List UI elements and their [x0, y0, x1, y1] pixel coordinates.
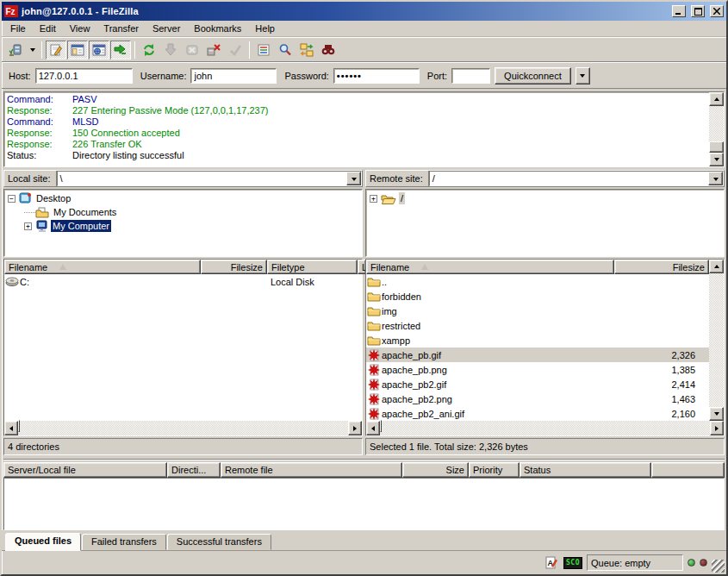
file-row[interactable]: apache_pb.gif 2,326: [366, 347, 709, 362]
tree-item-label[interactable]: My Computer: [51, 220, 111, 232]
cancel-button[interactable]: [182, 41, 202, 59]
menu-item[interactable]: Server: [146, 22, 187, 35]
file-name[interactable]: apache_pb.png: [382, 365, 614, 375]
file-row[interactable]: xampp: [366, 333, 709, 347]
file-row[interactable]: forbidden: [366, 289, 709, 304]
host-input[interactable]: [35, 68, 133, 84]
column-header-status[interactable]: Status: [520, 462, 651, 478]
file-name[interactable]: apache_pb2.gif: [382, 379, 614, 390]
username-input[interactable]: [190, 68, 277, 84]
file-row[interactable]: img: [366, 304, 709, 318]
column-header-size[interactable]: Size: [402, 462, 469, 478]
menu-item[interactable]: Help: [248, 22, 282, 35]
collapse-icon[interactable]: −: [8, 195, 16, 203]
port-input[interactable]: [451, 68, 490, 84]
tree-item-label[interactable]: /: [399, 192, 405, 204]
minimize-button[interactable]: [672, 5, 686, 17]
scrollbar-thumb[interactable]: [380, 420, 382, 432]
remote-horizontal-scrollbar[interactable]: [366, 421, 724, 435]
file-row[interactable]: apache_pb.png 1,385: [366, 362, 709, 377]
scroll-down-button[interactable]: [709, 407, 724, 421]
toggle-local-tree-button[interactable]: [67, 41, 88, 59]
site-manager-dropdown[interactable]: [27, 41, 38, 59]
tree-item-label[interactable]: Desktop: [34, 192, 72, 204]
column-header-filetype[interactable]: Filetype: [267, 260, 358, 274]
file-name[interactable]: restricted: [382, 321, 614, 331]
quickconnect-button[interactable]: Quickconnect: [495, 67, 571, 85]
queue-body[interactable]: [3, 478, 725, 530]
scroll-right-button[interactable]: [348, 421, 362, 435]
scroll-up-button[interactable]: [709, 260, 724, 273]
menu-item[interactable]: Bookmarks: [187, 22, 248, 35]
local-site-dropdown[interactable]: [346, 172, 361, 185]
file-row[interactable]: apache_pb2.png 1,463: [366, 391, 709, 406]
menu-item[interactable]: File: [3, 22, 33, 35]
scroll-up-button[interactable]: [709, 92, 724, 106]
file-name[interactable]: apache_pb2.png: [382, 394, 614, 404]
remote-site-dropdown[interactable]: [708, 172, 723, 185]
file-row[interactable]: apache_pb2.gif 2,414: [366, 377, 709, 391]
reconnect-button[interactable]: [225, 41, 246, 59]
disconnect-button[interactable]: [203, 41, 224, 59]
toggle-message-log-button[interactable]: [46, 41, 66, 59]
file-name[interactable]: img: [382, 306, 614, 316]
local-site-value[interactable]: \: [58, 172, 346, 185]
remote-site-combobox[interactable]: /: [429, 171, 724, 186]
refresh-button[interactable]: [139, 41, 159, 59]
file-row[interactable]: apache_pb2_ani.gif 2,160: [366, 406, 709, 421]
file-row[interactable]: restricted: [366, 318, 709, 333]
column-header-direction[interactable]: Directi...: [167, 462, 221, 478]
remote-site-value[interactable]: /: [430, 172, 708, 185]
log-scrollbar[interactable]: [709, 92, 724, 166]
scroll-right-button[interactable]: [710, 421, 724, 435]
tree-item[interactable]: My Documents: [8, 205, 362, 219]
site-manager-button[interactable]: [5, 41, 26, 59]
queue-tab[interactable]: Queued files: [5, 533, 81, 551]
column-header-priority[interactable]: Priority: [469, 462, 520, 478]
queue-tab[interactable]: Successful transfers: [167, 534, 271, 550]
resize-grip[interactable]: [712, 560, 725, 573]
toggle-remote-tree-button[interactable]: [89, 41, 109, 59]
maximize-button[interactable]: [691, 5, 705, 17]
menu-item[interactable]: View: [63, 22, 97, 35]
column-header-filename[interactable]: Filename: [366, 260, 614, 274]
close-button[interactable]: [710, 5, 724, 17]
column-header-server-local-file[interactable]: Server/Local file: [3, 462, 167, 478]
tree-item[interactable]: − Desktop: [8, 191, 362, 205]
folder-compare-button[interactable]: [296, 41, 317, 59]
tree-item-label[interactable]: My Documents: [52, 206, 118, 218]
file-name[interactable]: C:: [20, 277, 201, 287]
tree-item[interactable]: + /: [370, 191, 724, 205]
local-site-combobox[interactable]: \: [57, 171, 362, 186]
menu-item[interactable]: Edit: [33, 22, 63, 35]
column-header-filename[interactable]: Filename: [4, 260, 201, 274]
column-header-filesize[interactable]: Filesize: [614, 260, 709, 274]
column-header-remote-file[interactable]: Remote file: [221, 462, 402, 478]
scrollbar-thumb[interactable]: [709, 141, 724, 153]
expand-icon[interactable]: +: [24, 222, 32, 230]
menu-item[interactable]: Transfer: [96, 22, 146, 35]
file-row[interactable]: ..: [366, 274, 709, 289]
queue-tab[interactable]: Failed transfers: [82, 534, 166, 550]
directory-filter-button[interactable]: [253, 41, 274, 59]
remote-vertical-scrollbar[interactable]: [709, 260, 724, 421]
password-input[interactable]: [333, 68, 420, 84]
file-name[interactable]: apache_pb2_ani.gif: [382, 409, 614, 419]
toggle-transfer-queue-button[interactable]: [110, 41, 131, 59]
scroll-left-button[interactable]: [366, 421, 380, 435]
scrollbar-thumb[interactable]: [18, 420, 20, 432]
scroll-down-button[interactable]: [709, 153, 724, 166]
expand-icon[interactable]: +: [370, 195, 377, 203]
quickconnect-dropdown[interactable]: [576, 67, 590, 85]
file-name[interactable]: ..: [382, 277, 614, 287]
file-row[interactable]: C: Local Disk: [4, 274, 362, 289]
file-search-button[interactable]: [275, 41, 296, 59]
file-name[interactable]: apache_pb.gif: [382, 350, 614, 360]
process-queue-button[interactable]: [160, 41, 181, 59]
scroll-left-button[interactable]: [4, 421, 18, 435]
local-horizontal-scrollbar[interactable]: [4, 421, 362, 435]
column-header-filesize[interactable]: Filesize: [201, 260, 267, 274]
find-files-button[interactable]: [318, 41, 339, 59]
tree-item[interactable]: + My Computer: [8, 219, 362, 233]
file-name[interactable]: forbidden: [382, 291, 614, 302]
